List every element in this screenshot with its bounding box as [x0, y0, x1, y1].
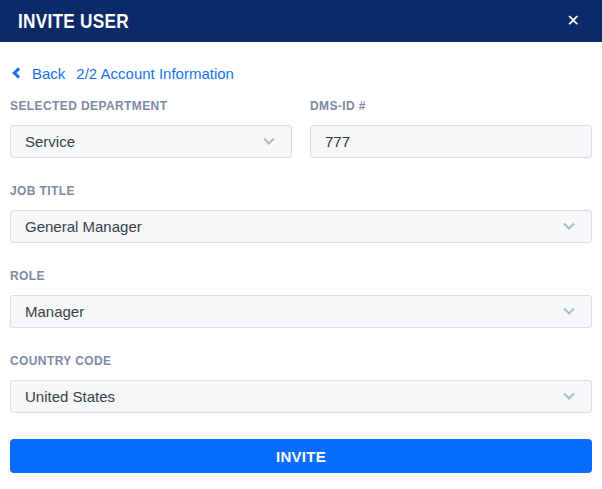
chevron-down-icon — [563, 303, 574, 314]
chevron-down-icon — [263, 133, 274, 144]
modal-title: INVITE USER — [18, 9, 466, 33]
chevron-down-icon — [563, 388, 574, 399]
step-indicator: 2/2 Account Information — [76, 65, 234, 82]
selected-department-label: SELECTED DEPARTMENT — [10, 99, 292, 113]
job-title-group: JOB TITLE General Manager — [10, 184, 592, 243]
country-code-select[interactable]: United States — [10, 380, 592, 413]
dms-id-group: DMS-ID # — [310, 99, 592, 158]
job-title-label: JOB TITLE — [10, 184, 592, 198]
role-select[interactable]: Manager — [10, 295, 592, 328]
selected-department-select[interactable]: Service — [10, 125, 292, 158]
selected-department-value: Service — [25, 133, 75, 150]
role-group: ROLE Manager — [10, 269, 592, 328]
modal-header: INVITE USER ✕ — [0, 0, 602, 42]
invite-user-modal: INVITE USER ✕ Back 2/2 Account Informati… — [0, 0, 602, 489]
job-title-select[interactable]: General Manager — [10, 210, 592, 243]
back-link[interactable]: Back — [32, 65, 65, 82]
selected-department-group: SELECTED DEPARTMENT Service — [10, 99, 292, 158]
field-row: SELECTED DEPARTMENT Service DMS-ID # — [10, 99, 592, 184]
role-value: Manager — [25, 303, 84, 320]
close-icon[interactable]: ✕ — [565, 11, 582, 31]
country-code-label: COUNTRY CODE — [10, 354, 592, 368]
dms-id-input[interactable] — [310, 125, 592, 158]
chevron-down-icon — [563, 218, 574, 229]
role-label: ROLE — [10, 269, 592, 283]
form-area: SELECTED DEPARTMENT Service DMS-ID # JOB… — [0, 82, 602, 473]
back-nav[interactable]: Back 2/2 Account Information — [0, 64, 602, 82]
job-title-value: General Manager — [25, 218, 142, 235]
country-code-group: COUNTRY CODE United States — [10, 354, 592, 413]
dms-id-label: DMS-ID # — [310, 99, 592, 113]
country-code-value: United States — [25, 388, 115, 405]
chevron-left-icon — [12, 67, 23, 78]
invite-button[interactable]: INVITE — [10, 439, 592, 473]
